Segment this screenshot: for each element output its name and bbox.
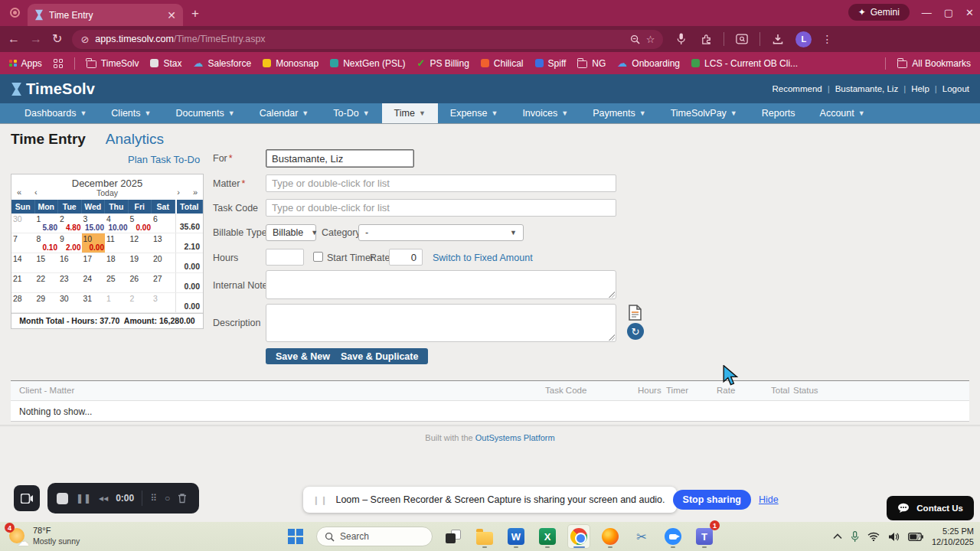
profile-avatar[interactable]: L bbox=[795, 31, 812, 47]
bookmark-timesolv[interactable]: TimeSolv bbox=[87, 58, 139, 69]
save-and-duplicate-button[interactable]: Save & Duplicate bbox=[331, 348, 428, 364]
calendar-day[interactable]: 30 bbox=[11, 214, 35, 233]
calendar-day[interactable]: 11 bbox=[105, 233, 129, 253]
calendar-day[interactable]: 15 bbox=[35, 253, 59, 272]
calendar-day[interactable]: 2 bbox=[129, 293, 152, 312]
side-panel-search-icon[interactable] bbox=[734, 31, 750, 47]
apps-shortcut[interactable]: Apps bbox=[9, 58, 42, 69]
minimize-button[interactable]: — bbox=[922, 7, 932, 18]
bookmark-ps-billing[interactable]: ✓PS Billing bbox=[417, 58, 469, 69]
calendar-day[interactable]: 16 bbox=[58, 253, 82, 272]
calendar-day[interactable]: 92.00 bbox=[58, 233, 82, 253]
nav-documents[interactable]: Documents▼ bbox=[163, 103, 247, 123]
restart-button[interactable]: ○ bbox=[165, 493, 170, 504]
calendar-next-year-button[interactable]: » bbox=[193, 187, 198, 197]
nav-account[interactable]: Account▼ bbox=[808, 103, 877, 123]
header-link-help[interactable]: Help bbox=[911, 84, 929, 93]
calendar-day[interactable]: 7 bbox=[11, 233, 35, 253]
bookmark-salesforce[interactable]: ☁Salesforce bbox=[193, 58, 251, 69]
calendar-day[interactable]: 14 bbox=[11, 253, 35, 272]
stop-recording-button[interactable] bbox=[57, 493, 68, 504]
calendar-day[interactable]: 12 bbox=[129, 233, 152, 253]
chrome-button[interactable] bbox=[568, 525, 590, 548]
mic-tray-icon[interactable] bbox=[851, 531, 859, 543]
calendar-today-button[interactable]: Today bbox=[11, 188, 203, 197]
tray-expand-chevron[interactable] bbox=[833, 533, 842, 540]
calendar-day[interactable]: 315.00 bbox=[82, 214, 106, 233]
calendar-day[interactable]: 25 bbox=[105, 273, 129, 292]
nav-expense[interactable]: Expense▼ bbox=[438, 103, 511, 123]
header-link-bustamante-liz[interactable]: Bustamante, Liz bbox=[835, 84, 898, 93]
loom-camera-button[interactable] bbox=[14, 485, 40, 511]
nav-clients[interactable]: Clients▼ bbox=[99, 103, 163, 123]
calendar-day[interactable]: 6 bbox=[152, 214, 175, 233]
bookmark-spiff[interactable]: Spiff bbox=[535, 58, 567, 69]
header-link-recommend[interactable]: Recommend bbox=[772, 84, 822, 93]
tab-close-icon[interactable]: ✕ bbox=[167, 9, 176, 21]
volume-icon[interactable] bbox=[888, 532, 900, 542]
calendar-day[interactable]: 22 bbox=[35, 273, 59, 292]
calendar-day[interactable]: 27 bbox=[152, 273, 175, 292]
browser-tab[interactable]: Time Entry ✕ bbox=[28, 4, 183, 26]
nav-to-do[interactable]: To-Do▼ bbox=[321, 103, 381, 123]
wifi-icon[interactable] bbox=[867, 532, 880, 541]
nav-calendar[interactable]: Calendar▼ bbox=[247, 103, 322, 123]
calendar-next-month-button[interactable]: › bbox=[177, 187, 180, 197]
drag-grip-icon[interactable]: ⠿ bbox=[150, 493, 157, 504]
mic-icon[interactable] bbox=[673, 31, 688, 47]
chrome-menu-icon[interactable]: ⋮ bbox=[822, 33, 832, 45]
calendar-day[interactable]: 24 bbox=[82, 273, 106, 292]
url-bar[interactable]: ⊘ apps.timesolv.com/Time/TimeEntry.aspx … bbox=[72, 30, 663, 49]
gemini-button[interactable]: ✦Gemini bbox=[848, 4, 910, 21]
calendar-day[interactable]: 17 bbox=[82, 253, 106, 272]
bookmark-lcs-current-ob-cli[interactable]: LCS - Current OB Cli... bbox=[691, 58, 798, 69]
internal-notes-textarea[interactable] bbox=[266, 270, 616, 299]
plan-task-todo-link[interactable]: Plan Task To-Do bbox=[128, 154, 200, 165]
calendar-day[interactable]: 21 bbox=[11, 273, 35, 292]
bookmark-onboarding[interactable]: ☁Onboarding bbox=[617, 58, 680, 69]
calendar-day[interactable]: 15.80 bbox=[35, 214, 59, 233]
refresh-description-icon[interactable]: ↻ bbox=[627, 323, 644, 340]
close-button[interactable]: ✕ bbox=[965, 7, 974, 18]
switch-to-fixed-amount-link[interactable]: Switch to Fixed Amount bbox=[433, 253, 533, 263]
matter-input[interactable] bbox=[266, 174, 616, 192]
word-button[interactable]: W bbox=[505, 525, 527, 548]
site-permissions-icon[interactable]: ⊘ bbox=[80, 34, 89, 45]
firefox-button[interactable] bbox=[599, 525, 621, 548]
save-and-new-button[interactable]: Save & New bbox=[266, 348, 340, 364]
calendar-day[interactable]: 20 bbox=[152, 253, 175, 272]
calendar-day[interactable]: 23 bbox=[58, 273, 82, 292]
hide-banner-link[interactable]: Hide bbox=[759, 494, 779, 505]
timesolv-logo[interactable]: TimeSolv bbox=[11, 80, 95, 98]
zoom-level-icon[interactable] bbox=[630, 34, 640, 44]
forward-icon[interactable]: → bbox=[30, 33, 42, 45]
zoom-button[interactable] bbox=[662, 525, 684, 548]
description-textarea[interactable] bbox=[266, 304, 616, 342]
calendar-day-selected[interactable]: 100.00 bbox=[82, 233, 106, 253]
file-explorer-button[interactable] bbox=[474, 525, 495, 548]
calendar-day[interactable]: 13 bbox=[152, 233, 175, 253]
excel-button[interactable]: X bbox=[537, 525, 558, 548]
category-select[interactable]: -▼ bbox=[358, 224, 524, 241]
taskbar-weather-widget[interactable]: ☁ 4 78°FMostly sunny bbox=[8, 526, 80, 547]
snipping-tool-button[interactable]: ✂ bbox=[631, 525, 652, 548]
taskbar-clock[interactable]: 5:25 PM12/10/2025 bbox=[932, 526, 974, 548]
all-bookmarks-button[interactable]: All Bookmarks bbox=[897, 58, 971, 69]
calendar-day[interactable]: 1 bbox=[105, 293, 129, 312]
nav-payments[interactable]: Payments▼ bbox=[580, 103, 658, 123]
bookmark-nextgen-psl[interactable]: NextGen (PSL) bbox=[330, 58, 405, 69]
extensions-icon[interactable] bbox=[698, 31, 714, 47]
maximize-button[interactable]: ▢ bbox=[944, 7, 953, 18]
taskbar-search[interactable]: Search bbox=[316, 527, 433, 546]
hours-input[interactable] bbox=[266, 249, 304, 266]
calendar-day[interactable]: 26 bbox=[129, 273, 152, 292]
billable-type-select[interactable]: Billable▼ bbox=[266, 224, 316, 241]
rate-input[interactable] bbox=[389, 249, 423, 266]
battery-icon[interactable] bbox=[908, 533, 923, 541]
delete-recording-button[interactable] bbox=[178, 493, 187, 504]
nav-reports[interactable]: Reports bbox=[750, 103, 808, 123]
bookmark-chilical[interactable]: Chilical bbox=[481, 58, 524, 69]
nav-time[interactable]: Time▼ bbox=[382, 103, 438, 123]
apps-grid-icon[interactable] bbox=[54, 59, 63, 68]
url-text[interactable]: apps.timesolv.com/Time/TimeEntry.aspx bbox=[95, 34, 623, 44]
